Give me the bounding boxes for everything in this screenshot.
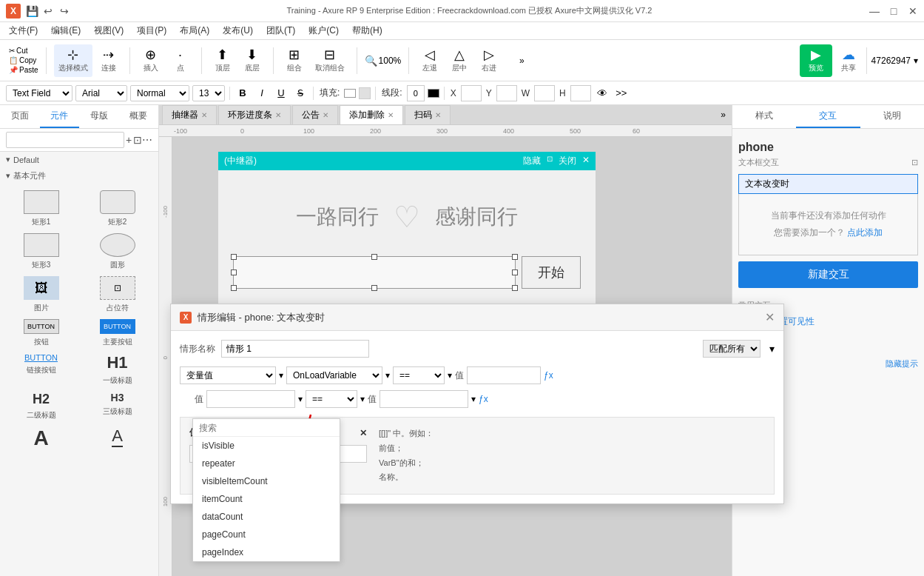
cond-val-input-2-right[interactable] [380, 390, 468, 408]
menu-view[interactable]: 视图(V) [88, 23, 129, 38]
combine-btn[interactable]: ⊞ 组合 [281, 44, 308, 77]
tab-style[interactable]: 样式 [732, 105, 796, 128]
select-mode-btn[interactable]: ⊹ 选择模式 [54, 44, 92, 77]
fill-color-btn[interactable] [344, 89, 356, 98]
zoom-control[interactable]: 🔍 100% [365, 55, 402, 67]
y-input[interactable]: 200 [496, 85, 517, 101]
visibility-toggle[interactable]: 👁 [594, 85, 610, 101]
value-close-btn[interactable]: ✕ [360, 428, 367, 438]
library-menu-btn[interactable]: ⋯ [142, 133, 152, 147]
tab-add-delete[interactable]: 添加删除 ✕ [340, 105, 403, 124]
cond-type-select-1[interactable]: 变量值 [180, 366, 276, 384]
menu-help[interactable]: 帮助(H) [346, 23, 388, 38]
w-input[interactable]: 25 [534, 85, 555, 101]
list-item[interactable]: A [6, 426, 76, 453]
tab-relay[interactable]: 抽继器 ✕ [162, 105, 217, 124]
disk-icon[interactable]: 💾 [27, 6, 37, 16]
list-item[interactable]: H1 一级标题 [82, 353, 152, 386]
font-size-select[interactable]: 13 [192, 85, 225, 101]
handle-tl[interactable] [231, 254, 237, 260]
cut-btn[interactable]: ✂ Cut [9, 47, 38, 55]
connect-btn[interactable]: ⇢ 连接 [95, 44, 122, 77]
cond-var-select-1[interactable]: OnLoadVariable [286, 366, 382, 384]
hide-frame-btn[interactable]: 隐藏 [523, 155, 541, 167]
more-tabs-btn[interactable]: » [718, 107, 729, 123]
handle-bm[interactable] [371, 285, 377, 291]
handle-bl[interactable] [231, 285, 237, 291]
add-library-btn[interactable]: + [124, 133, 133, 147]
cond-fx-2[interactable]: ƒx [479, 394, 488, 404]
handle-tm[interactable] [371, 254, 377, 260]
share-btn[interactable]: ☁ 共享 [835, 44, 862, 77]
match-dropdown-icon[interactable]: ▾ [769, 343, 775, 355]
font-family-select[interactable]: Arial [75, 85, 127, 101]
move-front-btn[interactable]: ▷ 右进 [476, 44, 502, 77]
tab-outline[interactable]: 概要 [119, 105, 159, 128]
tab-pages[interactable]: 页面 [0, 105, 40, 128]
cond-op-select-2[interactable]: == [306, 390, 357, 408]
dialog-close-btn[interactable]: ✕ [765, 310, 775, 324]
library-header[interactable]: ▾ Default [0, 152, 158, 167]
fill-none-btn[interactable] [359, 87, 371, 99]
bottom-layer-btn[interactable]: ⬇ 底层 [239, 44, 266, 77]
basic-section-header[interactable]: ▾ 基本元件 [0, 167, 158, 184]
tab-notes[interactable]: 说明 [860, 105, 924, 128]
tab-masters[interactable]: 母版 [79, 105, 119, 128]
start-button[interactable]: 开始 [522, 256, 581, 289]
value-input[interactable] [189, 445, 367, 463]
event-header[interactable]: 文本改变时 [738, 174, 918, 194]
list-item[interactable]: 矩形3 [6, 233, 76, 270]
tab-scan[interactable]: 扫码 ✕ [405, 105, 451, 124]
list-item[interactable]: ⊡ 占位符 [82, 276, 152, 313]
h-input[interactable]: 25 [570, 85, 591, 101]
strikethrough-btn[interactable]: S̶ [292, 85, 308, 101]
undo-icon[interactable]: ↩ [43, 6, 53, 16]
list-item[interactable]: BUTTON 主要按钮 [82, 319, 152, 347]
tab-elements[interactable]: 元件 [40, 105, 80, 128]
list-item[interactable]: A [82, 426, 152, 453]
list-item[interactable]: H2 二级标题 [6, 392, 76, 421]
import-btn[interactable]: ⊡ [133, 133, 142, 147]
cond-val-input-2-left[interactable] [206, 390, 295, 408]
list-item[interactable]: H3 三级标题 [82, 392, 152, 421]
ungroup-btn[interactable]: ⊟ 取消组合 [311, 44, 349, 77]
handle-ml[interactable] [231, 269, 237, 275]
menu-project[interactable]: 项目(P) [131, 23, 172, 38]
preview-btn[interactable]: ▶ 预览 [800, 44, 832, 77]
menu-publish[interactable]: 发布(U) [217, 23, 259, 38]
menu-team[interactable]: 团队(T) [260, 23, 301, 38]
handle-br[interactable] [512, 285, 518, 291]
cond-fx-1[interactable]: ƒx [544, 370, 553, 381]
condition-editor-dialog[interactable]: X 情形编辑 - phone: 文本改变时 ✕ 情形名称 匹配所有 ▾ 变量值 … [170, 304, 784, 504]
new-interaction-btn[interactable]: 新建交互 [738, 261, 918, 288]
font-style-select[interactable]: Normal [130, 85, 189, 101]
close-add-delete-tab[interactable]: ✕ [388, 111, 394, 119]
close-btn[interactable]: ✕ [908, 6, 918, 16]
menu-edit[interactable]: 编辑(E) [45, 23, 87, 38]
maximize-btn[interactable]: □ [888, 6, 899, 16]
menu-layout[interactable]: 布局(A) [174, 23, 215, 38]
copy-btn[interactable]: 📋 Copy [9, 56, 38, 64]
list-item[interactable]: BUTTON 链接按钮 [6, 353, 76, 386]
tab-interaction[interactable]: 交互 [796, 105, 860, 128]
user-id-btn[interactable]: 47262947 ▾ [871, 56, 918, 66]
stroke-color-swatch[interactable] [428, 89, 439, 98]
paste-btn[interactable]: 📌 Paste [9, 66, 38, 74]
handle-mr[interactable] [512, 269, 518, 275]
top-layer-btn[interactable]: ⬆ 顶层 [209, 44, 236, 77]
move-back-btn[interactable]: ◁ 左退 [417, 44, 443, 77]
point-btn[interactable]: · 点 [167, 44, 194, 77]
list-item[interactable]: 🖼 图片 [6, 276, 76, 313]
list-item[interactable]: 矩形1 [6, 190, 76, 227]
widget-search-input[interactable] [6, 132, 124, 148]
minimize-btn[interactable]: — [869, 6, 880, 16]
phone-text-field[interactable] [233, 256, 516, 289]
menu-account[interactable]: 账户(C) [303, 23, 345, 38]
more-tools-btn[interactable]: » [508, 44, 535, 77]
cond-op-select-1[interactable]: == [393, 366, 445, 384]
handle-tr[interactable] [512, 254, 518, 260]
close-progress-tab[interactable]: ✕ [275, 111, 281, 119]
bold-btn[interactable]: B [235, 85, 251, 101]
list-item[interactable]: 矩形2 [82, 190, 152, 227]
list-item[interactable]: BUTTON 按钮 [6, 319, 76, 347]
